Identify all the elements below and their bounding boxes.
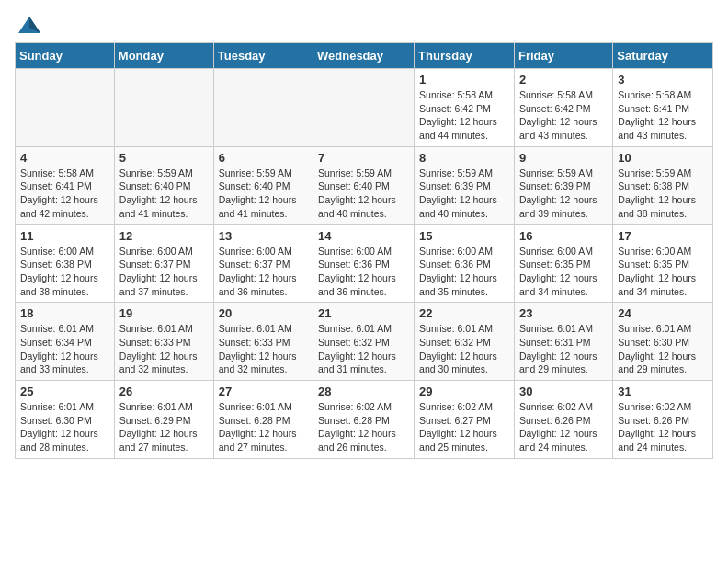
- calendar-day-cell: 4Sunrise: 5:58 AMSunset: 6:41 PMDaylight…: [16, 146, 115, 224]
- day-info: Sunrise: 5:59 AMSunset: 6:40 PMDaylight:…: [219, 167, 308, 221]
- day-number: 12: [119, 229, 209, 243]
- calendar-day-cell: 11Sunrise: 6:00 AMSunset: 6:38 PMDayligh…: [16, 224, 115, 303]
- calendar-day-cell: 23Sunrise: 6:01 AMSunset: 6:31 PMDayligh…: [514, 303, 612, 381]
- calendar-day-cell: [213, 69, 313, 147]
- day-info: Sunrise: 6:02 AMSunset: 6:26 PMDaylight:…: [519, 400, 608, 454]
- day-info: Sunrise: 5:59 AMSunset: 6:39 PMDaylight:…: [519, 167, 608, 221]
- day-number: 30: [519, 385, 608, 398]
- calendar-day-cell: 21Sunrise: 6:01 AMSunset: 6:32 PMDayligh…: [313, 303, 415, 381]
- calendar-day-cell: 16Sunrise: 6:00 AMSunset: 6:35 PMDayligh…: [514, 224, 612, 303]
- day-info: Sunrise: 6:01 AMSunset: 6:32 PMDaylight:…: [419, 322, 509, 376]
- day-number: 26: [119, 385, 209, 398]
- calendar-day-cell: 28Sunrise: 6:02 AMSunset: 6:28 PMDayligh…: [313, 381, 415, 459]
- day-info: Sunrise: 5:59 AMSunset: 6:38 PMDaylight:…: [618, 167, 708, 221]
- calendar-day-cell: 3Sunrise: 5:58 AMSunset: 6:41 PMDaylight…: [613, 69, 713, 147]
- day-info: Sunrise: 6:01 AMSunset: 6:28 PMDaylight:…: [219, 400, 308, 454]
- day-number: 18: [20, 306, 109, 320]
- day-info: Sunrise: 6:02 AMSunset: 6:26 PMDaylight:…: [618, 400, 708, 454]
- day-info: Sunrise: 5:58 AMSunset: 6:42 PMDaylight:…: [419, 88, 509, 143]
- day-number: 25: [20, 385, 109, 398]
- calendar-day-cell: 10Sunrise: 5:59 AMSunset: 6:38 PMDayligh…: [613, 146, 713, 224]
- weekday-header: Thursday: [415, 43, 515, 69]
- day-info: Sunrise: 6:00 AMSunset: 6:35 PMDaylight:…: [618, 245, 708, 299]
- logo-icon: [17, 15, 42, 35]
- calendar-day-cell: 22Sunrise: 6:01 AMSunset: 6:32 PMDayligh…: [415, 303, 515, 381]
- calendar-day-cell: 24Sunrise: 6:01 AMSunset: 6:30 PMDayligh…: [613, 303, 713, 381]
- day-info: Sunrise: 6:01 AMSunset: 6:30 PMDaylight:…: [20, 400, 109, 454]
- calendar-day-cell: 5Sunrise: 5:59 AMSunset: 6:40 PMDaylight…: [114, 146, 213, 224]
- day-info: Sunrise: 6:01 AMSunset: 6:33 PMDaylight:…: [219, 322, 308, 376]
- day-info: Sunrise: 5:58 AMSunset: 6:41 PMDaylight:…: [618, 88, 708, 143]
- day-info: Sunrise: 5:59 AMSunset: 6:40 PMDaylight:…: [119, 167, 209, 221]
- calendar-day-cell: 15Sunrise: 6:00 AMSunset: 6:36 PMDayligh…: [415, 224, 515, 303]
- calendar-day-cell: 13Sunrise: 6:00 AMSunset: 6:37 PMDayligh…: [213, 224, 313, 303]
- calendar-day-cell: 31Sunrise: 6:02 AMSunset: 6:26 PMDayligh…: [613, 381, 713, 459]
- calendar-header-row: SundayMondayTuesdayWednesdayThursdayFrid…: [16, 43, 713, 69]
- day-number: 9: [519, 151, 608, 165]
- logo: [15, 15, 44, 35]
- calendar-day-cell: 17Sunrise: 6:00 AMSunset: 6:35 PMDayligh…: [613, 224, 713, 303]
- weekday-header: Tuesday: [213, 43, 313, 69]
- day-number: 2: [519, 73, 608, 86]
- calendar-day-cell: 14Sunrise: 6:00 AMSunset: 6:36 PMDayligh…: [313, 224, 415, 303]
- day-number: 28: [318, 385, 409, 398]
- calendar-day-cell: 18Sunrise: 6:01 AMSunset: 6:34 PMDayligh…: [16, 303, 115, 381]
- day-info: Sunrise: 6:00 AMSunset: 6:35 PMDaylight:…: [519, 245, 608, 299]
- day-info: Sunrise: 6:01 AMSunset: 6:34 PMDaylight:…: [20, 322, 109, 376]
- calendar-week-row: 11Sunrise: 6:00 AMSunset: 6:38 PMDayligh…: [16, 224, 713, 303]
- day-info: Sunrise: 6:01 AMSunset: 6:30 PMDaylight:…: [618, 322, 708, 376]
- calendar-day-cell: 9Sunrise: 5:59 AMSunset: 6:39 PMDaylight…: [514, 146, 612, 224]
- day-info: Sunrise: 6:00 AMSunset: 6:38 PMDaylight:…: [20, 245, 109, 299]
- day-number: 19: [119, 306, 209, 320]
- day-number: 24: [618, 306, 708, 320]
- calendar-day-cell: 19Sunrise: 6:01 AMSunset: 6:33 PMDayligh…: [114, 303, 213, 381]
- day-number: 4: [20, 151, 109, 165]
- day-number: 1: [419, 73, 509, 86]
- weekday-header: Monday: [114, 43, 213, 69]
- header: [15, 15, 713, 35]
- calendar-day-cell: [114, 69, 213, 147]
- day-number: 3: [618, 73, 708, 86]
- calendar-week-row: 18Sunrise: 6:01 AMSunset: 6:34 PMDayligh…: [16, 303, 713, 381]
- day-number: 17: [618, 229, 708, 243]
- calendar-day-cell: 12Sunrise: 6:00 AMSunset: 6:37 PMDayligh…: [114, 224, 213, 303]
- calendar-day-cell: [313, 69, 415, 147]
- day-number: 10: [618, 151, 708, 165]
- day-info: Sunrise: 6:01 AMSunset: 6:29 PMDaylight:…: [119, 400, 209, 454]
- day-number: 8: [419, 151, 509, 165]
- calendar-week-row: 4Sunrise: 5:58 AMSunset: 6:41 PMDaylight…: [16, 146, 713, 224]
- day-number: 7: [318, 151, 409, 165]
- calendar-day-cell: 1Sunrise: 5:58 AMSunset: 6:42 PMDaylight…: [415, 69, 515, 147]
- weekday-header: Saturday: [613, 43, 713, 69]
- weekday-header: Sunday: [16, 43, 115, 69]
- calendar-day-cell: 20Sunrise: 6:01 AMSunset: 6:33 PMDayligh…: [213, 303, 313, 381]
- day-info: Sunrise: 6:01 AMSunset: 6:31 PMDaylight:…: [519, 322, 608, 376]
- day-info: Sunrise: 5:58 AMSunset: 6:42 PMDaylight:…: [519, 88, 608, 143]
- day-info: Sunrise: 6:00 AMSunset: 6:37 PMDaylight:…: [119, 245, 209, 299]
- day-info: Sunrise: 6:02 AMSunset: 6:27 PMDaylight:…: [419, 400, 509, 454]
- calendar-day-cell: 27Sunrise: 6:01 AMSunset: 6:28 PMDayligh…: [213, 381, 313, 459]
- day-info: Sunrise: 6:00 AMSunset: 6:37 PMDaylight:…: [219, 245, 308, 299]
- calendar-day-cell: 29Sunrise: 6:02 AMSunset: 6:27 PMDayligh…: [415, 381, 515, 459]
- day-info: Sunrise: 6:01 AMSunset: 6:33 PMDaylight:…: [119, 322, 209, 376]
- day-number: 11: [20, 229, 109, 243]
- day-info: Sunrise: 5:59 AMSunset: 6:40 PMDaylight:…: [318, 167, 409, 221]
- day-number: 21: [318, 306, 409, 320]
- day-info: Sunrise: 5:59 AMSunset: 6:39 PMDaylight:…: [419, 167, 509, 221]
- calendar-day-cell: 26Sunrise: 6:01 AMSunset: 6:29 PMDayligh…: [114, 381, 213, 459]
- day-number: 22: [419, 306, 509, 320]
- day-number: 15: [419, 229, 509, 243]
- weekday-header: Friday: [514, 43, 612, 69]
- calendar-day-cell: 25Sunrise: 6:01 AMSunset: 6:30 PMDayligh…: [16, 381, 115, 459]
- calendar-day-cell: 7Sunrise: 5:59 AMSunset: 6:40 PMDaylight…: [313, 146, 415, 224]
- calendar-week-row: 25Sunrise: 6:01 AMSunset: 6:30 PMDayligh…: [16, 381, 713, 459]
- calendar-day-cell: 30Sunrise: 6:02 AMSunset: 6:26 PMDayligh…: [514, 381, 612, 459]
- day-number: 14: [318, 229, 409, 243]
- calendar-table: SundayMondayTuesdayWednesdayThursdayFrid…: [15, 42, 713, 459]
- day-info: Sunrise: 6:02 AMSunset: 6:28 PMDaylight:…: [318, 400, 409, 454]
- day-number: 6: [219, 151, 308, 165]
- calendar-day-cell: 8Sunrise: 5:59 AMSunset: 6:39 PMDaylight…: [415, 146, 515, 224]
- day-info: Sunrise: 6:01 AMSunset: 6:32 PMDaylight:…: [318, 322, 409, 376]
- day-number: 23: [519, 306, 608, 320]
- day-number: 13: [219, 229, 308, 243]
